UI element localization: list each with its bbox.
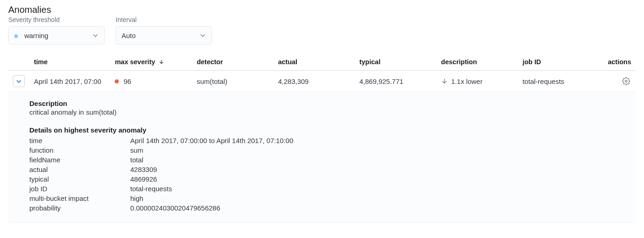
detail-key: job ID bbox=[29, 185, 130, 193]
severity-threshold-value: warning bbox=[24, 32, 49, 39]
detail-value: high bbox=[130, 194, 143, 202]
col-detector[interactable]: detector bbox=[192, 55, 273, 71]
col-typical[interactable]: typical bbox=[355, 55, 436, 71]
cell-typical: 4,869,925.771 bbox=[355, 71, 436, 92]
detail-kv-row: fieldNametotal bbox=[29, 156, 631, 164]
detail-kv-row: multi-bucket impacthigh bbox=[29, 194, 631, 202]
sort-descending-icon bbox=[159, 59, 164, 65]
detail-value: total-requests bbox=[130, 185, 172, 193]
chevron-down-icon bbox=[200, 32, 206, 39]
col-description[interactable]: description bbox=[437, 55, 518, 71]
col-expand bbox=[8, 55, 29, 71]
chevron-down-icon bbox=[92, 32, 99, 39]
col-actions: actions bbox=[599, 55, 636, 71]
expand-row-button[interactable] bbox=[13, 75, 25, 87]
arrow-down-icon bbox=[441, 78, 448, 84]
col-actual[interactable]: actual bbox=[273, 55, 355, 71]
detail-value: 4283309 bbox=[130, 166, 157, 173]
cell-detector: sum(total) bbox=[192, 71, 273, 92]
severity-threshold-select[interactable]: warning bbox=[8, 26, 105, 44]
cell-description: 1.1x lower bbox=[451, 77, 483, 85]
interval-label: Interval bbox=[116, 16, 212, 23]
detail-kv-row: typical4869926 bbox=[29, 175, 631, 183]
row-actions-button[interactable] bbox=[621, 76, 631, 86]
detail-key: actual bbox=[29, 166, 130, 173]
details-highest-label: Details on highest severity anomaly bbox=[29, 126, 631, 134]
page-title: Anomalies bbox=[8, 5, 636, 15]
gear-icon bbox=[622, 77, 630, 85]
detail-value: sum bbox=[130, 146, 143, 154]
detail-kv-row: probability0.0000024030020479656286 bbox=[29, 204, 631, 212]
detail-key: function bbox=[29, 146, 130, 154]
detail-key: time bbox=[29, 137, 130, 144]
chevron-down-icon bbox=[16, 78, 22, 84]
detail-kv-row: job IDtotal-requests bbox=[29, 185, 631, 193]
detail-kv-row: timeApril 14th 2017, 07:00:00 to April 1… bbox=[29, 137, 631, 144]
col-max-severity-label: max severity bbox=[115, 58, 155, 66]
interval-select[interactable]: Auto bbox=[116, 26, 212, 44]
table-row: April 14th 2017, 07:00 96 sum(total) 4,2… bbox=[8, 71, 636, 92]
cell-severity-score: 96 bbox=[123, 77, 131, 85]
detail-key: probability bbox=[29, 204, 130, 212]
cell-job-id: total-requests bbox=[518, 71, 599, 92]
severity-threshold-label: Severity threshold bbox=[8, 16, 105, 23]
detail-value: April 14th 2017, 07:00:00 to April 14th … bbox=[130, 137, 293, 144]
col-max-severity[interactable]: max severity bbox=[110, 55, 192, 71]
interval-value: Auto bbox=[122, 32, 136, 39]
detail-kv-row: actual4283309 bbox=[29, 166, 631, 173]
anomalies-table: time max severity detector actual typica… bbox=[8, 55, 636, 222]
severity-dot-icon bbox=[14, 34, 18, 38]
detail-value: total bbox=[130, 156, 143, 164]
details-description-label: Description bbox=[29, 100, 631, 107]
detail-value: 0.0000024030020479656286 bbox=[130, 204, 220, 212]
cell-actual: 4,283,309 bbox=[273, 71, 355, 92]
detail-value: 4869926 bbox=[130, 175, 157, 183]
detail-key: multi-bucket impact bbox=[29, 194, 130, 202]
severity-dot-icon bbox=[115, 79, 119, 83]
details-description-text: critical anomaly in sum(total) bbox=[29, 108, 631, 116]
svg-point-2 bbox=[625, 80, 627, 82]
col-time[interactable]: time bbox=[29, 55, 110, 71]
detail-kv-row: functionsum bbox=[29, 146, 631, 154]
detail-key: fieldName bbox=[29, 156, 130, 164]
row-details: Description critical anomaly in sum(tota… bbox=[8, 92, 636, 222]
cell-time: April 14th 2017, 07:00 bbox=[29, 71, 110, 92]
detail-key: typical bbox=[29, 175, 130, 183]
col-job-id[interactable]: job ID bbox=[518, 55, 599, 71]
